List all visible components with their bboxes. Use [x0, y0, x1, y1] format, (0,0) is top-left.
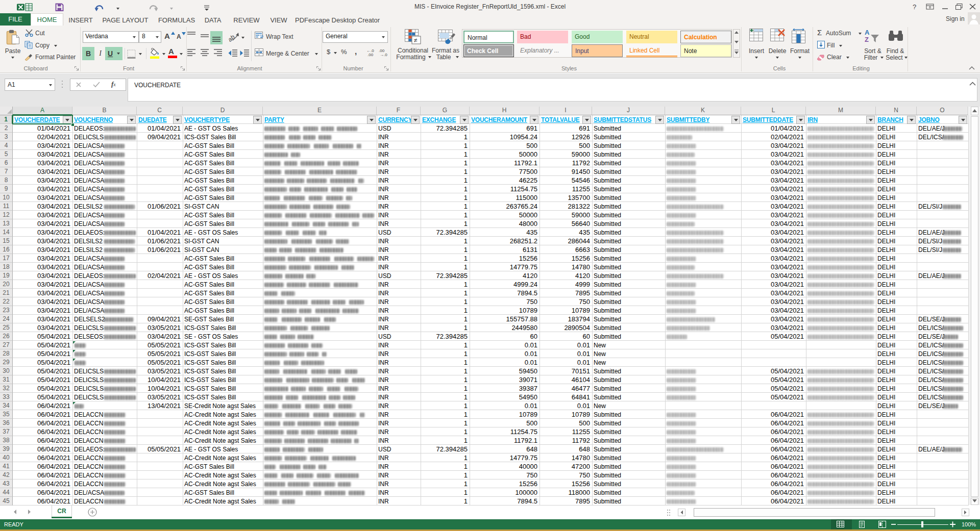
svg-text:?: ?: [913, 3, 916, 10]
svg-text:→.0: →.0: [380, 53, 387, 56]
svg-text:.00: .00: [368, 53, 374, 56]
svg-text:A: A: [865, 29, 870, 36]
svg-text:≠: ≠: [414, 37, 418, 44]
svg-text:Z: Z: [865, 36, 869, 43]
